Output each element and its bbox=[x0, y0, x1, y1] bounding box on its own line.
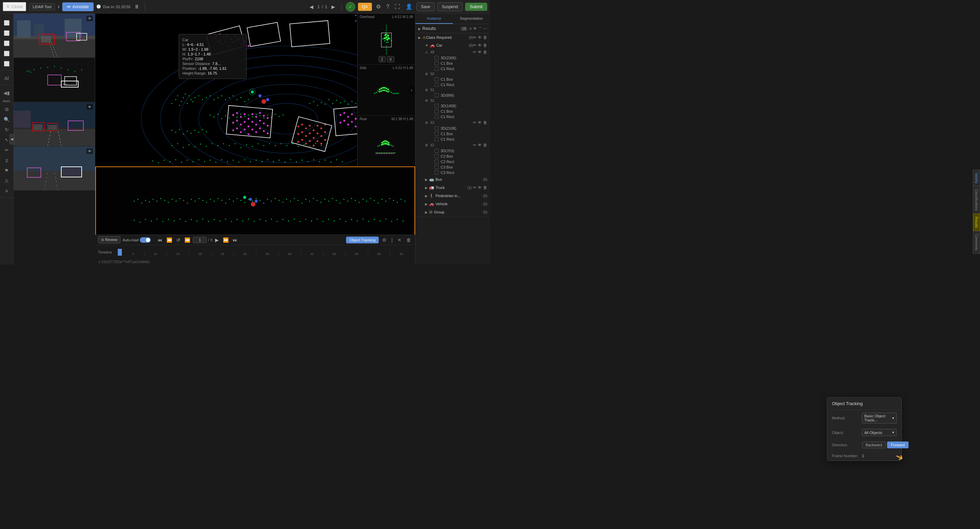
last-frame-button[interactable]: ⏭ bbox=[231, 237, 239, 244]
item-c1rect-1[interactable]: C1 Rect bbox=[422, 66, 490, 72]
item-3d-896[interactable]: 3D(896) bbox=[422, 92, 490, 98]
tool3-icon[interactable]: ⬜ bbox=[2, 38, 12, 48]
item-3d-1458[interactable]: 3D(1458) bbox=[422, 103, 490, 108]
class-required-header[interactable]: ▶ ⚠ Class Required (9) ✏ 👁 🗑 bbox=[415, 33, 490, 41]
timeline-ruler[interactable]: 5 10 15 20 25 30 35 40 45 50 55 60 bbox=[118, 249, 412, 256]
checkbox-c1box-1[interactable] bbox=[434, 61, 439, 65]
delete-class-required-icon[interactable]: 🗑 bbox=[483, 35, 487, 40]
eye-car-icon[interactable]: 👁 bbox=[478, 43, 482, 48]
flag-icon[interactable]: ⚑ bbox=[2, 166, 12, 176]
camera4-visibility-toggle[interactable]: 👁 bbox=[86, 148, 93, 154]
expand-all-icon[interactable]: ▶ bbox=[418, 27, 421, 31]
tracking-delete-icon[interactable]: 🗑 bbox=[405, 237, 412, 244]
tracking-close-icon[interactable]: ✕ bbox=[396, 237, 403, 244]
item-c1rect-2[interactable]: C1 Rect bbox=[422, 82, 490, 88]
edit-car-icon[interactable]: ✏ bbox=[473, 43, 476, 48]
close-button[interactable]: ✕ Close bbox=[3, 2, 26, 11]
item-c1box-1[interactable]: C1 Box bbox=[422, 61, 490, 66]
eye-class-required-icon[interactable]: 👁 bbox=[478, 35, 482, 40]
alert-icon[interactable]: ⚠ bbox=[2, 176, 12, 186]
suspend-button[interactable]: Suspend bbox=[437, 2, 462, 11]
info-icon[interactable]: ℹ bbox=[58, 5, 60, 9]
back-frame-button[interactable]: ↺ bbox=[175, 237, 182, 244]
delete-62-icon[interactable]: 🗑 bbox=[483, 143, 487, 147]
tool-selector[interactable]: LiDAR Tool bbox=[29, 3, 55, 11]
collapse-results-icon[interactable]: ⌃ bbox=[479, 26, 482, 31]
checkbox-c1rect-3[interactable] bbox=[434, 115, 439, 119]
rotate-icon[interactable]: ↻ bbox=[2, 124, 12, 135]
item-c1rect-3[interactable]: C1 Rect bbox=[422, 114, 490, 120]
filter-icon[interactable]: ⧖ bbox=[2, 155, 12, 166]
overhead-x-btn[interactable]: X bbox=[387, 56, 394, 62]
checkbox-3d-2108[interactable] bbox=[434, 126, 439, 131]
pedestrian-group-header[interactable]: ▶ 🚶 Pedestrian in... (0) bbox=[415, 192, 490, 200]
item-3d-703[interactable]: 3D(703) bbox=[422, 148, 490, 153]
mini-view-nav-button[interactable]: › bbox=[409, 86, 414, 94]
settings2-icon[interactable]: ≡ bbox=[2, 186, 12, 196]
checkbox-c1rect-1[interactable] bbox=[434, 67, 439, 71]
tool5-icon[interactable]: ⬜ bbox=[2, 59, 12, 69]
delete-car-icon[interactable]: 🗑 bbox=[483, 43, 487, 48]
fullscreen-icon[interactable]: ⛶ bbox=[393, 2, 401, 11]
checkbox-3d-2306[interactable] bbox=[434, 56, 439, 60]
eye-truck-icon[interactable]: 👁 bbox=[478, 185, 482, 190]
next-frame-button[interactable]: ⏩ bbox=[221, 237, 230, 244]
item-c1box-2[interactable]: C1 Box bbox=[422, 76, 490, 82]
qa-button[interactable]: QA bbox=[358, 3, 372, 11]
checkbox-c1rect-4[interactable] bbox=[434, 137, 439, 141]
item-3d-2108[interactable]: 3D(2108) bbox=[422, 126, 490, 131]
annotate-button[interactable]: ✏ Annotate bbox=[62, 2, 94, 11]
collapse-panel-button[interactable]: ◀ bbox=[10, 134, 14, 144]
submit-button[interactable]: Submit bbox=[465, 3, 487, 11]
item-c3rect[interactable]: C3 Rect bbox=[422, 170, 490, 175]
next-nav-button[interactable]: ▶ bbox=[329, 3, 337, 10]
checkbox-3d-896[interactable] bbox=[434, 93, 439, 97]
autoload-switch[interactable] bbox=[140, 237, 151, 243]
check-button[interactable]: ✓ bbox=[346, 2, 355, 11]
tab-segmentation[interactable]: Segmentation bbox=[453, 14, 490, 24]
checkbox-c3rect[interactable] bbox=[434, 170, 439, 175]
vehicle-group-header[interactable]: ▶ 🚗 Vehicle (0) bbox=[415, 200, 490, 208]
item-c1box-4[interactable]: C1 Box bbox=[422, 131, 490, 137]
edit-62-icon[interactable]: ✏ bbox=[473, 143, 476, 147]
settings-icon[interactable]: ⚙ bbox=[375, 2, 382, 11]
tracking-split-icon[interactable]: | bbox=[390, 237, 394, 244]
filter-results-icon[interactable]: ≡ bbox=[469, 26, 472, 31]
prev-single-button[interactable]: ⏪ bbox=[183, 237, 192, 244]
eye-49-icon[interactable]: 👁 bbox=[478, 50, 482, 54]
edit-class-required-icon[interactable]: ✏ bbox=[473, 35, 476, 40]
first-frame-button[interactable]: ⏮ bbox=[156, 237, 164, 244]
checkbox-c2box[interactable] bbox=[434, 154, 439, 158]
checkbox-c3box[interactable] bbox=[434, 165, 439, 169]
item-c1rect-4[interactable]: C1 Rect bbox=[422, 137, 490, 142]
item-c2box[interactable]: C2 Box bbox=[422, 153, 490, 159]
save-button[interactable]: Save bbox=[417, 2, 434, 11]
checkbox-3d-1458[interactable] bbox=[434, 104, 439, 108]
camera3-visibility-toggle[interactable]: 👁 bbox=[86, 104, 93, 110]
checkbox-c1box-4[interactable] bbox=[434, 132, 439, 136]
checkbox-c1box-3[interactable] bbox=[434, 109, 439, 113]
prev-frame-button[interactable]: ⏪ bbox=[165, 237, 173, 244]
camera1-visibility-toggle[interactable]: 👁 bbox=[86, 16, 93, 21]
layer-icon[interactable]: ⧉ bbox=[2, 104, 12, 115]
play-button[interactable]: ▶ bbox=[214, 237, 220, 244]
checkbox-c2rect[interactable] bbox=[434, 160, 439, 164]
prev-nav-button[interactable]: ◀ bbox=[308, 3, 315, 10]
zoom-icon[interactable]: 🔍 bbox=[2, 115, 12, 124]
lidar-bottom-view[interactable] bbox=[95, 166, 415, 234]
item-c1box-3[interactable]: C1 Box bbox=[422, 108, 490, 114]
item-3d-2306[interactable]: 3D(2306) bbox=[422, 55, 490, 61]
eye-62-icon[interactable]: 👁 bbox=[478, 143, 482, 147]
frame-number-input[interactable] bbox=[193, 237, 207, 243]
eye-results-icon[interactable]: 👁 bbox=[473, 26, 477, 31]
select-tool-icon[interactable]: ⬜ bbox=[2, 18, 12, 28]
object-tracking-button[interactable]: Object Tracking bbox=[346, 237, 379, 244]
item-c3box[interactable]: C3 Box bbox=[422, 164, 490, 170]
delete-truck-icon[interactable]: 🗑 bbox=[483, 185, 487, 190]
edit-icon[interactable]: ✏ bbox=[2, 145, 12, 155]
checkbox-c1rect-2[interactable] bbox=[434, 83, 439, 87]
person-icon[interactable]: 👤 bbox=[404, 2, 414, 11]
delete-53-icon[interactable]: 🗑 bbox=[483, 120, 487, 125]
checkbox-c1box-2[interactable] bbox=[434, 77, 439, 81]
tab-instance[interactable]: Instance bbox=[415, 14, 453, 24]
